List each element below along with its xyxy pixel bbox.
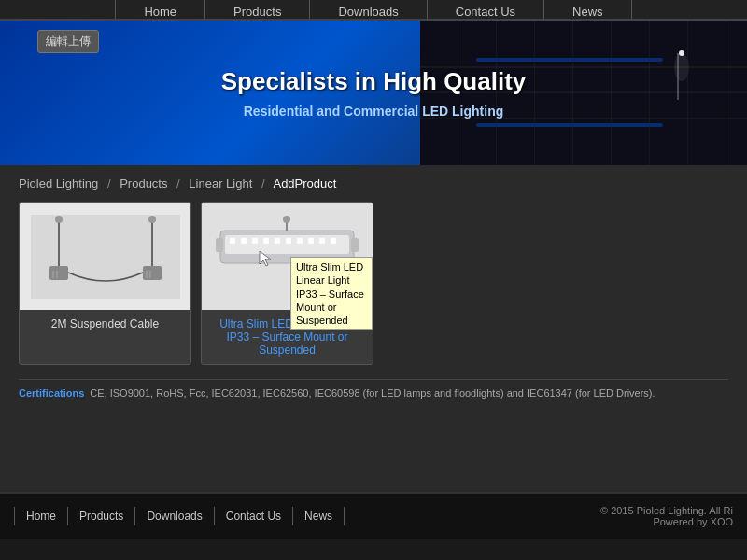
nav-home[interactable]: Home bbox=[115, 0, 205, 19]
certifications-text: CE, ISO9001, RoHS, Fcc, IEC62031, IEC625… bbox=[90, 387, 655, 399]
footer-nav-products[interactable]: Products bbox=[68, 507, 135, 525]
footer: Home Products Downloads Contact Us News … bbox=[0, 492, 747, 539]
nav-news[interactable]: News bbox=[544, 0, 632, 19]
breadcrumb-home[interactable]: Pioled Lighting bbox=[19, 176, 98, 190]
breadcrumb-sep-1: / bbox=[107, 176, 111, 190]
banner-subtitle: Residential and Commercial LED Lighting bbox=[244, 104, 503, 119]
svg-rect-5 bbox=[476, 123, 663, 127]
svg-rect-29 bbox=[286, 238, 291, 244]
svg-rect-25 bbox=[241, 238, 247, 244]
svg-point-37 bbox=[283, 216, 290, 223]
main-content: Pioled Lighting / Products / Linear Ligh… bbox=[0, 165, 747, 492]
upload-button[interactable]: 編輯上傳 bbox=[37, 30, 99, 53]
svg-rect-34 bbox=[216, 238, 223, 252]
breadcrumb-sep-3: / bbox=[261, 176, 265, 190]
product-card-linear-light[interactable]: Ultra Slim LED Linear Light IP33 – Surfa… bbox=[201, 202, 374, 365]
svg-rect-13 bbox=[49, 266, 68, 280]
top-navigation: Home Products Downloads Contact Us News bbox=[0, 0, 747, 21]
footer-nav-home[interactable]: Home bbox=[14, 507, 68, 525]
footer-nav-downloads[interactable]: Downloads bbox=[135, 507, 214, 525]
svg-rect-24 bbox=[230, 238, 235, 244]
svg-point-6 bbox=[679, 50, 684, 56]
svg-rect-10 bbox=[31, 215, 180, 299]
product-image-cable bbox=[20, 203, 190, 310]
svg-rect-30 bbox=[297, 238, 303, 244]
breadcrumb-linear-light[interactable]: Linear Light bbox=[189, 176, 252, 190]
svg-point-7 bbox=[674, 53, 689, 81]
footer-info: © 2015 Pioled Lighting. All Ri Powered b… bbox=[600, 505, 733, 527]
footer-nav-contact[interactable]: Contact Us bbox=[215, 507, 293, 525]
footer-copyright: © 2015 Pioled Lighting. All Ri bbox=[600, 505, 733, 516]
svg-point-16 bbox=[148, 216, 156, 223]
products-grid: 2M Suspended Cable bbox=[19, 202, 728, 379]
svg-rect-33 bbox=[331, 238, 336, 244]
svg-rect-4 bbox=[476, 58, 663, 62]
product-label-cable: 2M Suspended Cable bbox=[20, 310, 190, 352]
banner-title: Specialists in High Quality bbox=[221, 67, 527, 96]
svg-point-15 bbox=[55, 216, 63, 223]
nav-products[interactable]: Products bbox=[205, 0, 310, 19]
svg-rect-31 bbox=[308, 238, 314, 244]
nav-contact[interactable]: Contact Us bbox=[428, 0, 544, 19]
svg-rect-32 bbox=[319, 238, 325, 244]
svg-rect-8 bbox=[677, 53, 679, 100]
breadcrumb-sep-2: / bbox=[176, 176, 180, 190]
nav-downloads[interactable]: Downloads bbox=[310, 0, 427, 19]
breadcrumb-current: AddProduct bbox=[273, 176, 336, 190]
footer-nav-news[interactable]: News bbox=[293, 507, 345, 525]
product-card-cable[interactable]: 2M Suspended Cable bbox=[19, 202, 191, 365]
footer-navigation: Home Products Downloads Contact Us News bbox=[14, 507, 345, 525]
svg-rect-28 bbox=[275, 238, 280, 244]
svg-rect-27 bbox=[263, 238, 269, 244]
certifications-label: Certifications bbox=[19, 387, 84, 399]
svg-rect-35 bbox=[351, 238, 359, 252]
breadcrumb: Pioled Lighting / Products / Linear Ligh… bbox=[19, 165, 728, 202]
product-tooltip: Ultra Slim LED Linear Light IP33 – Surfa… bbox=[290, 257, 373, 330]
banner: 編輯上傳 Specialists in High Quality Residen… bbox=[0, 21, 747, 165]
footer-powered: Powered by XOO bbox=[600, 516, 733, 527]
breadcrumb-products[interactable]: Products bbox=[120, 176, 167, 190]
certifications: CertificationsCE, ISO9001, RoHS, Fcc, IE… bbox=[19, 379, 728, 402]
svg-rect-26 bbox=[252, 238, 258, 244]
svg-rect-14 bbox=[143, 266, 162, 280]
cable-svg bbox=[31, 215, 180, 299]
